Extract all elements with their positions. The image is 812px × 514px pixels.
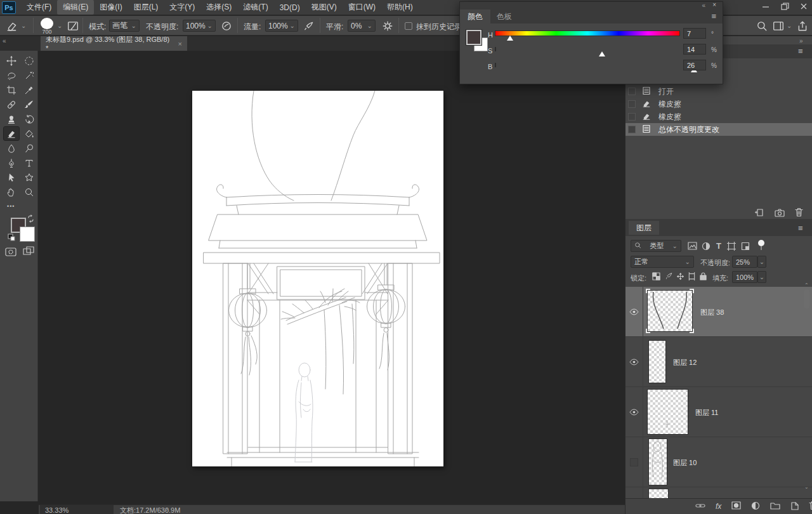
menu-window[interactable]: 窗口(W)	[343, 0, 381, 15]
smoothing-gear-icon[interactable]	[382, 20, 393, 34]
link-layers-icon[interactable]	[695, 502, 705, 511]
workspace-chevron-icon[interactable]: ⌄	[787, 22, 792, 29]
history-source-well[interactable]	[628, 113, 636, 121]
history-step-eraser-2[interactable]: 橡皮擦	[625, 110, 812, 123]
layer-row-38[interactable]: 图层 38	[625, 287, 812, 337]
blend-mode-dropdown[interactable]: 正常 ⌄	[631, 256, 694, 268]
layer-thumbnail[interactable]	[648, 390, 688, 434]
saturation-value-field[interactable]: 14	[683, 44, 706, 55]
layer-name[interactable]: 图层 38	[700, 308, 724, 317]
menu-image[interactable]: 图像(I)	[94, 0, 128, 15]
visibility-toggle[interactable]	[625, 287, 643, 337]
tool-preset-chevron-icon[interactable]: ⌄	[21, 22, 26, 29]
lock-artboard-icon[interactable]	[688, 272, 696, 282]
layers-panel-menu-icon[interactable]: ≡	[798, 223, 803, 233]
brightness-value-field[interactable]: 26	[683, 60, 706, 70]
foreground-color-swatch[interactable]	[466, 30, 481, 45]
toolbar-ellipsis-icon[interactable]: •••	[7, 203, 15, 209]
magic-wand-tool[interactable]	[22, 69, 37, 82]
history-source-well[interactable]	[628, 100, 636, 108]
move-tool[interactable]	[4, 54, 19, 67]
new-group-folder-icon[interactable]	[770, 501, 780, 511]
visibility-toggle[interactable]	[625, 337, 643, 387]
layer-row-11[interactable]: 图层 11	[625, 387, 812, 437]
brush-preview-icon[interactable]	[41, 18, 53, 29]
restore-icon[interactable]	[780, 2, 789, 11]
layer-filter-dropdown[interactable]: 类型 ⌄	[631, 240, 681, 252]
zoom-level-field[interactable]: 33.33%	[40, 505, 114, 514]
brush-panel-toggle-icon[interactable]	[67, 20, 79, 34]
tab-swatches[interactable]: 色板	[489, 10, 520, 23]
menu-3d[interactable]: 3D(D)	[274, 1, 306, 14]
layer-name[interactable]: 图层 12	[673, 358, 697, 367]
filter-smart-objects-icon[interactable]	[741, 242, 750, 253]
close-icon[interactable]	[799, 2, 808, 11]
lock-pixels-icon[interactable]	[665, 272, 673, 282]
mode-dropdown[interactable]: 画笔⌄	[109, 20, 140, 32]
layer-row-12[interactable]: 图层 12	[625, 337, 812, 387]
share-icon[interactable]	[797, 20, 808, 34]
layer-opacity-field[interactable]: 25%	[732, 256, 757, 268]
erase-to-history-checkbox[interactable]	[405, 22, 412, 30]
lock-all-icon[interactable]	[699, 272, 707, 282]
type-tool[interactable]	[22, 156, 37, 169]
menu-file[interactable]: 文件(F)	[21, 0, 57, 15]
eraser-tool[interactable]	[4, 127, 19, 140]
add-layer-mask-icon[interactable]	[731, 501, 741, 511]
color-panel-menu-icon[interactable]: ≡	[711, 11, 716, 21]
quick-mask-icon[interactable]	[5, 247, 16, 258]
search-icon[interactable]	[756, 20, 768, 34]
layer-thumbnail[interactable]	[648, 291, 692, 331]
minimize-icon[interactable]	[761, 2, 770, 11]
status-chevron-icon[interactable]: ›	[166, 505, 168, 513]
layers-scrollbar-thumb[interactable]	[804, 289, 809, 308]
menu-view[interactable]: 视图(V)	[306, 0, 343, 15]
default-colors-icon[interactable]	[8, 234, 15, 243]
scroll-up-icon[interactable]: ⌃	[804, 282, 809, 288]
layer-filter-toggle[interactable]	[757, 239, 765, 253]
zoom-tool[interactable]	[22, 185, 37, 199]
menu-edit[interactable]: 编辑(E)	[57, 0, 94, 15]
crop-tool[interactable]	[4, 83, 19, 96]
elliptical-marquee-tool[interactable]	[22, 54, 37, 67]
new-document-from-state-icon[interactable]	[755, 208, 764, 219]
layer-name[interactable]: 图层 10	[673, 458, 697, 468]
eye-hidden-well[interactable]	[630, 458, 638, 466]
dodge-tool[interactable]	[22, 142, 37, 155]
smudge-tool[interactable]	[4, 142, 19, 155]
new-snapshot-camera-icon[interactable]	[775, 208, 785, 219]
scroll-down-icon[interactable]: ⌄	[804, 484, 809, 490]
brush-picker-chevron-icon[interactable]: ⌄	[57, 22, 62, 29]
collapse-dock-icon[interactable]: »	[799, 37, 802, 44]
custom-shape-tool[interactable]	[22, 171, 37, 184]
history-source-well[interactable]	[628, 126, 636, 133]
workspace-switcher-icon[interactable]	[773, 20, 784, 34]
eyedropper-tool[interactable]	[22, 83, 37, 96]
opacity-pressure-icon[interactable]	[221, 20, 232, 34]
lock-position-icon[interactable]	[676, 272, 684, 282]
canvas-workspace[interactable]	[39, 51, 625, 504]
history-brush-tool[interactable]	[22, 112, 37, 126]
eraser-tool-preset-icon[interactable]	[6, 20, 18, 34]
fill-chevron[interactable]: ⌄	[757, 271, 766, 283]
filter-pixel-layers-icon[interactable]	[688, 242, 697, 252]
delete-state-trash-icon[interactable]	[795, 208, 803, 219]
swap-colors-icon[interactable]	[27, 214, 35, 225]
history-step-eraser-1[interactable]: 橡皮擦	[625, 98, 812, 110]
saturation-slider-handle[interactable]	[599, 51, 605, 56]
spot-healing-brush-tool[interactable]	[4, 98, 19, 111]
clone-stamp-tool[interactable]	[4, 112, 19, 126]
collapse-panel-icon[interactable]: «	[702, 2, 705, 9]
history-panel-menu-icon[interactable]: ≡	[798, 46, 803, 56]
layer-thumbnail[interactable]	[649, 439, 667, 485]
adjustment-layer-icon[interactable]	[751, 501, 760, 512]
hue-value-field[interactable]: 7	[683, 28, 706, 39]
brush-tool[interactable]	[22, 98, 37, 111]
hue-slider-handle[interactable]	[507, 36, 513, 41]
layer-opacity-chevron[interactable]: ⌄	[757, 256, 766, 268]
menu-help[interactable]: 帮助(H)	[381, 0, 419, 15]
hue-slider-track[interactable]	[495, 30, 680, 36]
layer-style-fx-icon[interactable]: fx	[716, 502, 721, 511]
saturation-slider-track[interactable]	[495, 47, 496, 51]
history-step-opacity-change[interactable]: 总体不透明度更改	[625, 123, 812, 136]
